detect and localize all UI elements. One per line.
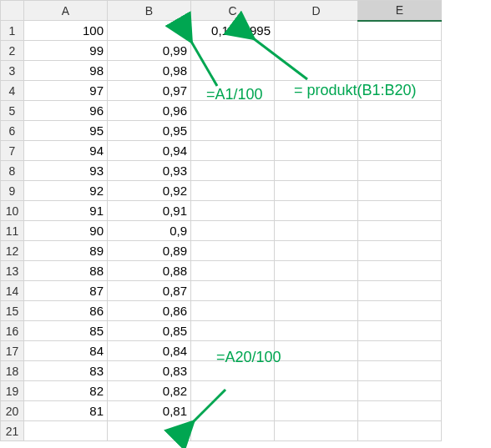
cell-E4[interactable] [358, 81, 442, 101]
cell-D19[interactable] [275, 381, 358, 401]
cell-B5[interactable]: 0,96 [108, 101, 191, 121]
cell-E5[interactable] [358, 101, 442, 121]
cell-D18[interactable] [275, 361, 358, 381]
row-header-7[interactable]: 7 [1, 141, 24, 161]
cell-D1[interactable] [275, 21, 358, 41]
cell-C19[interactable] [191, 381, 275, 401]
cell-E2[interactable] [358, 41, 442, 61]
cell-A16[interactable]: 85 [24, 321, 108, 341]
row-header-17[interactable]: 17 [1, 341, 24, 361]
cell-D17[interactable] [275, 341, 358, 361]
cell-D15[interactable] [275, 301, 358, 321]
row-header-1[interactable]: 1 [1, 21, 24, 41]
cell-C1[interactable]: 0,1303995 [191, 21, 275, 41]
row-header-19[interactable]: 19 [1, 381, 24, 401]
cell-E14[interactable] [358, 281, 442, 301]
cell-B4[interactable]: 0,97 [108, 81, 191, 101]
cell-E16[interactable] [358, 321, 442, 341]
col-header-C[interactable]: C [191, 1, 275, 21]
cell-B6[interactable]: 0,95 [108, 121, 191, 141]
cell-C12[interactable] [191, 241, 275, 261]
cell-A7[interactable]: 94 [24, 141, 108, 161]
cell-A11[interactable]: 90 [24, 221, 108, 241]
row-header-12[interactable]: 12 [1, 241, 24, 261]
cell-C9[interactable] [191, 181, 275, 201]
row-header-15[interactable]: 15 [1, 301, 24, 321]
cell-D10[interactable] [275, 201, 358, 221]
cell-B19[interactable]: 0,82 [108, 381, 191, 401]
cell-C15[interactable] [191, 301, 275, 321]
cell-C8[interactable] [191, 161, 275, 181]
cell-B11[interactable]: 0,9 [108, 221, 191, 241]
cell-D2[interactable] [275, 41, 358, 61]
cell-A15[interactable]: 86 [24, 301, 108, 321]
cell-A10[interactable]: 91 [24, 201, 108, 221]
cell-B10[interactable]: 0,91 [108, 201, 191, 221]
cell-A14[interactable]: 87 [24, 281, 108, 301]
cell-B13[interactable]: 0,88 [108, 261, 191, 281]
cell-C20[interactable] [191, 401, 275, 421]
cell-B18[interactable]: 0,83 [108, 361, 191, 381]
row-header-10[interactable]: 10 [1, 201, 24, 221]
cell-B14[interactable]: 0,87 [108, 281, 191, 301]
cell-C7[interactable] [191, 141, 275, 161]
row-header-6[interactable]: 6 [1, 121, 24, 141]
cell-B16[interactable]: 0,85 [108, 321, 191, 341]
row-header-8[interactable]: 8 [1, 161, 24, 181]
cell-A19[interactable]: 82 [24, 381, 108, 401]
cell-B9[interactable]: 0,92 [108, 181, 191, 201]
cell-E15[interactable] [358, 301, 442, 321]
cell-A18[interactable]: 83 [24, 361, 108, 381]
cell-C2[interactable] [191, 41, 275, 61]
cell-A6[interactable]: 95 [24, 121, 108, 141]
cell-D8[interactable] [275, 161, 358, 181]
cell-C6[interactable] [191, 121, 275, 141]
cell-A4[interactable]: 97 [24, 81, 108, 101]
cell-D4[interactable] [275, 81, 358, 101]
cell-B2[interactable]: 0,99 [108, 41, 191, 61]
cell-D21[interactable] [275, 421, 358, 441]
cell-B8[interactable]: 0,93 [108, 161, 191, 181]
cell-D5[interactable] [275, 101, 358, 121]
cell-A5[interactable]: 96 [24, 101, 108, 121]
cell-E21[interactable] [358, 421, 442, 441]
cell-C17[interactable] [191, 341, 275, 361]
cell-C11[interactable] [191, 221, 275, 241]
cell-A12[interactable]: 89 [24, 241, 108, 261]
row-header-11[interactable]: 11 [1, 221, 24, 241]
cell-B20[interactable]: 0,81 [108, 401, 191, 421]
cell-E7[interactable] [358, 141, 442, 161]
col-header-A[interactable]: A [24, 1, 108, 21]
cell-C18[interactable] [191, 361, 275, 381]
cell-D9[interactable] [275, 181, 358, 201]
cell-A8[interactable]: 93 [24, 161, 108, 181]
row-header-16[interactable]: 16 [1, 321, 24, 341]
cell-A2[interactable]: 99 [24, 41, 108, 61]
cell-C3[interactable] [191, 61, 275, 81]
cell-C10[interactable] [191, 201, 275, 221]
cell-D6[interactable] [275, 121, 358, 141]
row-header-9[interactable]: 9 [1, 181, 24, 201]
cell-B7[interactable]: 0,94 [108, 141, 191, 161]
cell-D12[interactable] [275, 241, 358, 261]
cell-A13[interactable]: 88 [24, 261, 108, 281]
cell-D14[interactable] [275, 281, 358, 301]
row-header-14[interactable]: 14 [1, 281, 24, 301]
cell-A21[interactable] [24, 421, 108, 441]
cell-B3[interactable]: 0,98 [108, 61, 191, 81]
cell-A20[interactable]: 81 [24, 401, 108, 421]
cell-D20[interactable] [275, 401, 358, 421]
cell-E11[interactable] [358, 221, 442, 241]
row-header-4[interactable]: 4 [1, 81, 24, 101]
spreadsheet-grid[interactable]: A B C D E 110010,1303995 2990,99 3980,98… [0, 0, 442, 441]
row-header-5[interactable]: 5 [1, 101, 24, 121]
cell-C4[interactable] [191, 81, 275, 101]
cell-E19[interactable] [358, 381, 442, 401]
cell-E13[interactable] [358, 261, 442, 281]
cell-A17[interactable]: 84 [24, 341, 108, 361]
cell-C13[interactable] [191, 261, 275, 281]
cell-E18[interactable] [358, 361, 442, 381]
cell-E6[interactable] [358, 121, 442, 141]
cell-E9[interactable] [358, 181, 442, 201]
cell-B12[interactable]: 0,89 [108, 241, 191, 261]
